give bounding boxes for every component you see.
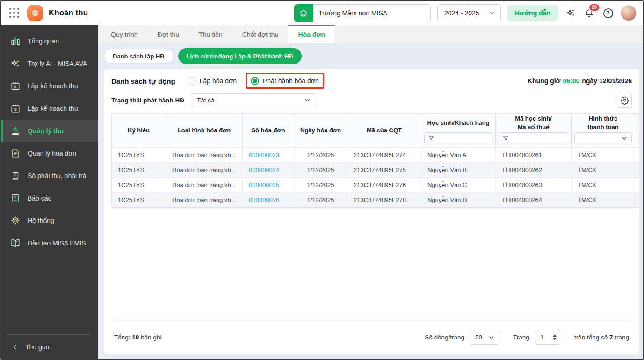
- cell-payment: TM/CK: [572, 193, 635, 207]
- sidebar-item-so-phai-thu-phai-tra[interactable]: $Sổ phải thu, phải trả: [1, 165, 98, 187]
- gear-icon: [10, 216, 21, 226]
- cell-extra: [635, 163, 639, 177]
- cell-payment: TM/CK: [572, 148, 635, 162]
- cell-date: 1/12/2025: [294, 178, 347, 192]
- rows-per-page-select[interactable]: 50: [470, 331, 499, 345]
- cell-type: Hóa đơn bán hàng kh...: [166, 178, 243, 192]
- column-header-payment: Hình thức thanh toán: [572, 114, 635, 147]
- auto-history-button[interactable]: Lịch sử tự động Lập & Phát hành HĐ: [178, 48, 302, 64]
- page-number-input[interactable]: 1: [535, 331, 560, 345]
- filter-select-payment[interactable]: [574, 132, 632, 144]
- cell-cqt: 213C3774895E278: [347, 193, 421, 207]
- sidebar-item-label: Quản lý thu: [28, 127, 64, 135]
- sidebar-item-label: Quản lý hóa đơn: [28, 150, 76, 157]
- cell-payment: TM/CK: [572, 163, 635, 177]
- column-header-symbol: Ký hiệu: [112, 114, 166, 147]
- invoice-doc-icon: [10, 148, 21, 158]
- ai-sparkle-button[interactable]: [564, 7, 577, 19]
- sidebar-item-he-thong[interactable]: Hệ thống: [1, 209, 98, 232]
- cell-student_code: THI004000263: [496, 178, 572, 192]
- help-button[interactable]: ?: [602, 7, 614, 19]
- tab-1[interactable]: Quy trình: [101, 25, 148, 43]
- column-header-number: Số hóa đơn: [243, 114, 294, 147]
- cell-customer: Nguyễn Văn D: [421, 193, 496, 207]
- tab-3[interactable]: Thu tiền: [189, 25, 232, 43]
- column-label: Mã học sinh/ Mã số thuế: [496, 114, 571, 132]
- invoice-list-button[interactable]: Danh sách lập HĐ: [104, 49, 174, 64]
- cell-date: 1/12/2025: [294, 148, 347, 162]
- sidebar-item-label: Sổ phải thu, phải trả: [28, 172, 86, 180]
- cell-extra: [635, 193, 639, 207]
- invoice-number-link[interactable]: 000000026: [249, 196, 279, 203]
- sidebar-item-label: Tổng quan: [28, 37, 59, 45]
- invoice-number-link[interactable]: 000000025: [249, 181, 279, 188]
- sidebar-item-lap-ke-hoach-thu[interactable]: $Lập kế hoạch thu: [1, 75, 98, 97]
- user-avatar[interactable]: [621, 5, 637, 21]
- open-book-icon: [10, 238, 21, 248]
- sidebar-nav: Tổng quanTrợ lý AI - MISA AVA$Lập kế hoạ…: [1, 30, 98, 254]
- column-header-date: Ngày hóa đơn: [294, 114, 347, 147]
- column-label: Ký hiệu: [112, 114, 166, 147]
- sidebar-item-tong-quan[interactable]: Tổng quan: [1, 30, 98, 52]
- invoice-number-link[interactable]: 000000024: [249, 166, 279, 173]
- app-logo-icon: [27, 5, 43, 21]
- school-year-select[interactable]: 2024 - 2025: [437, 4, 501, 22]
- cell-number: 000000025: [243, 178, 294, 192]
- cell-type: Hóa đơn bán hàng kh...: [166, 148, 243, 162]
- table-container: Ký hiệuLoại hình hóa đơnSố hóa đơnNgày h…: [111, 113, 639, 208]
- tab-4[interactable]: Chốt đợt thu: [232, 25, 289, 43]
- cell-number: 000000026: [243, 193, 294, 207]
- tab-2[interactable]: Đợt thu: [148, 25, 189, 43]
- tab-5[interactable]: Hóa đơn: [288, 25, 334, 43]
- svg-text:$: $: [14, 85, 17, 89]
- column-label: Học sinh/Khách hàng: [421, 114, 495, 132]
- page-stepper[interactable]: [553, 334, 557, 340]
- cell-student_code: THI004000261: [496, 148, 572, 162]
- school-year-value: 2024 - 2025: [444, 9, 479, 17]
- sidebar-collapse-button[interactable]: Thu gọn: [1, 335, 98, 359]
- cell-customer: Nguyễn Văn B: [421, 163, 496, 177]
- cell-symbol: 1C25TYS: [112, 178, 166, 192]
- invoice-number-link[interactable]: 000000023: [249, 151, 279, 158]
- cell-type: Hóa đơn bán hàng kh...: [166, 163, 243, 177]
- chevron-down-icon: [304, 96, 311, 104]
- table-row: 1C25TYSHóa đơn bán hàng kh...0000000231/…: [112, 147, 639, 162]
- page-label: Trang: [513, 334, 529, 341]
- sidebar-item-tro-ly-ai[interactable]: Trợ lý AI - MISA AVA: [1, 52, 98, 75]
- panel-title: Danh sách tự động: [111, 77, 175, 85]
- calendar-dollar-icon: $: [10, 81, 21, 91]
- table-settings-button[interactable]: [617, 93, 632, 108]
- chevron-down-icon: [488, 334, 495, 341]
- radio-selected-icon: [251, 77, 259, 85]
- sidebar-item-label: Đào tạo MISA EMIS: [28, 239, 86, 247]
- cell-customer: Nguyễn Văn C: [421, 178, 496, 192]
- notifications-button[interactable]: 20: [583, 7, 595, 19]
- radio-issue-invoice[interactable]: Phát hành hóa đơn: [251, 77, 319, 85]
- sidebar-item-quan-ly-thu[interactable]: $Quản lý thu: [1, 120, 98, 142]
- sidebar-item-dao-tao-misa-emis[interactable]: Đào tạo MISA EMIS: [1, 232, 98, 254]
- table-footer: Tổng: 10 bản ghi Số dòng/trang 50 Trang …: [114, 319, 629, 348]
- app-grid-icon[interactable]: [8, 7, 21, 19]
- guide-button[interactable]: Hướng dẫn: [507, 5, 558, 21]
- sidebar-item-lap-ke-hoach-thu-2[interactable]: $Lập kế hoạch thu: [1, 97, 98, 120]
- table-header: Ký hiệuLoại hình hóa đơnSố hóa đơnNgày h…: [112, 114, 639, 147]
- status-filter-select[interactable]: Tất cả: [191, 93, 316, 107]
- total-records: Tổng: 10 bản ghi: [114, 334, 161, 341]
- filter-input-student_code[interactable]: [499, 132, 568, 144]
- school-selector[interactable]: Trường Mầm non MISA: [294, 4, 431, 22]
- sidebar-item-quan-ly-hoa-don[interactable]: Quản lý hóa đơn: [1, 142, 98, 165]
- table-body: 1C25TYSHóa đơn bán hàng kh...0000000231/…: [112, 147, 639, 207]
- funnel-icon: [502, 135, 509, 142]
- radio-create-invoice[interactable]: Lập hóa đơn: [188, 77, 237, 85]
- table-row: 1C25TYSHóa đơn bán hàng kh...0000000241/…: [112, 162, 639, 177]
- sidebar-item-label: Trợ lý AI - MISA AVA: [28, 60, 87, 67]
- tab-bar: Quy trìnhĐợt thuThu tiềnChốt đợt thuHóa …: [98, 25, 643, 43]
- sidebar-item-bao-cao[interactable]: Báo cáo: [1, 187, 98, 209]
- cell-number: 000000023: [243, 148, 294, 162]
- notification-badge: 20: [588, 3, 600, 12]
- filter-input-extra[interactable]: [638, 132, 639, 144]
- filter-input-customer[interactable]: [424, 132, 492, 144]
- sidebar-item-label: Lập kế hoạch thu: [28, 105, 78, 112]
- column-label: Ngày hóa đơn: [294, 114, 347, 147]
- cell-symbol: 1C25TYS: [112, 193, 166, 207]
